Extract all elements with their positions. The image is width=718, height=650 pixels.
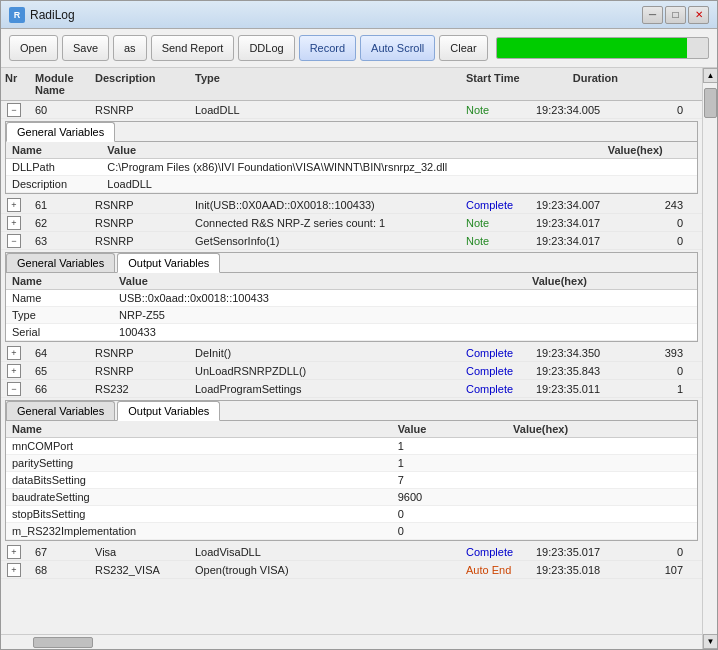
- cell-duration: 0: [622, 216, 687, 230]
- cell-type: Note: [462, 234, 532, 248]
- table-row[interactable]: + 67 Visa LoadVisaDLL Complete 19:23:35.…: [1, 543, 702, 561]
- header-nr: Nr: [1, 70, 31, 98]
- detail-cell-name: Serial: [6, 324, 113, 341]
- minimize-button[interactable]: ─: [642, 6, 663, 24]
- detail-table-63: Name Value Value(hex) Name USB::0x0aad::…: [6, 273, 697, 341]
- table-row[interactable]: − 66 RS232 LoadProgramSettings Complete …: [1, 380, 702, 398]
- toolbar: Open Save as Send Report DDLog Record Au…: [1, 29, 717, 68]
- tab-general-vars-66[interactable]: General Variables: [6, 401, 115, 420]
- detail-cell-value: 1: [392, 438, 507, 455]
- detail-panel-66: General Variables Output Variables Name …: [5, 400, 698, 541]
- cell-scroll: [687, 569, 702, 571]
- tab-general-vars-63[interactable]: General Variables: [6, 253, 115, 272]
- detail-cell-hex: [507, 523, 697, 540]
- detail-cell-value: NRP-Z55: [113, 307, 526, 324]
- detail-row: Description LoadDLL: [6, 176, 697, 193]
- cell-expand: +: [1, 197, 31, 213]
- cell-description: Init(USB::0X0AAD::0X0018::100433): [191, 198, 462, 212]
- tab-general-vars-60[interactable]: General Variables: [6, 122, 115, 142]
- table-row[interactable]: − 60 RSNRP LoadDLL Note 19:23:34.005 0: [1, 101, 702, 119]
- cell-description: LoadDLL: [191, 103, 462, 117]
- clear-button[interactable]: Clear: [439, 35, 487, 61]
- detail-cell-hex: [526, 290, 697, 307]
- cell-type: Note: [462, 103, 532, 117]
- detail-panel-60: General Variables Name Value Value(hex): [5, 121, 698, 194]
- cell-start-time: 19:23:34.007: [532, 198, 622, 212]
- vertical-scroll-thumb[interactable]: [704, 88, 717, 118]
- cell-duration: 1: [622, 382, 687, 396]
- cell-scroll: [687, 222, 702, 224]
- header-duration: Duration: [532, 70, 622, 98]
- expand-icon[interactable]: +: [7, 198, 21, 212]
- detail-header-hex-60: Value(hex): [602, 142, 697, 159]
- cell-scroll: [687, 109, 702, 111]
- table-row[interactable]: + 64 RSNRP DeInit() Complete 19:23:34.35…: [1, 344, 702, 362]
- record-button[interactable]: Record: [299, 35, 356, 61]
- cell-scroll: [687, 370, 702, 372]
- scroll-arrow-up[interactable]: ▲: [703, 68, 717, 83]
- cell-duration: 0: [622, 545, 687, 559]
- log-scroll-area[interactable]: − 60 RSNRP LoadDLL Note 19:23:34.005 0 G…: [1, 101, 702, 634]
- maximize-button[interactable]: □: [665, 6, 686, 24]
- vertical-scrollbar[interactable]: ▲ ▼: [702, 68, 717, 649]
- detail-row: Type NRP-Z55: [6, 307, 697, 324]
- cell-expand: +: [1, 562, 31, 578]
- detail-header-name-63: Name: [6, 273, 113, 290]
- ddlog-button[interactable]: DDLog: [238, 35, 294, 61]
- expand-icon[interactable]: +: [7, 364, 21, 378]
- header-type: Type: [191, 70, 462, 98]
- horizontal-scroll-thumb[interactable]: [33, 637, 93, 648]
- expand-icon[interactable]: +: [7, 216, 21, 230]
- cell-description: Connected R&S NRP-Z series count: 1: [191, 216, 462, 230]
- content-area: Nr Module Name Description Type Start Ti…: [1, 68, 717, 649]
- table-row[interactable]: + 68 RS232_VISA Open(trough VISA) Auto E…: [1, 561, 702, 579]
- detail-cell-value: 9600: [392, 489, 507, 506]
- cell-module: Visa: [91, 545, 191, 559]
- detail-cell-name: Name: [6, 290, 113, 307]
- cell-start-time: 19:23:35.843: [532, 364, 622, 378]
- detail-cell-name: dataBitsSetting: [6, 472, 392, 489]
- detail-cell-hex: [602, 176, 697, 193]
- tab-output-vars-66[interactable]: Output Variables: [117, 401, 220, 421]
- cell-nr-val: 68: [31, 563, 91, 577]
- cell-duration: 393: [622, 346, 687, 360]
- detail-cell-hex: [507, 472, 697, 489]
- save-as-button[interactable]: as: [113, 35, 147, 61]
- detail-cell-hex: [507, 455, 697, 472]
- cell-scroll: [687, 204, 702, 206]
- main-window: R RadiLog ─ □ ✕ Open Save as Send Report…: [0, 0, 718, 650]
- table-row[interactable]: + 65 RSNRP UnLoadRSNRPZDLL() Complete 19…: [1, 362, 702, 380]
- collapse-icon[interactable]: −: [7, 234, 21, 248]
- save-button[interactable]: Save: [62, 35, 109, 61]
- cell-scroll: [687, 352, 702, 354]
- tab-bar-66: General Variables Output Variables: [6, 401, 697, 421]
- detail-header-value-63: Value: [113, 273, 526, 290]
- tab-output-vars-63[interactable]: Output Variables: [117, 253, 220, 273]
- expand-icon[interactable]: +: [7, 545, 21, 559]
- cell-description: Open(trough VISA): [191, 563, 462, 577]
- expand-icon[interactable]: +: [7, 563, 21, 577]
- cell-nr-val: 61: [31, 198, 91, 212]
- tab-bar-63: General Variables Output Variables: [6, 253, 697, 273]
- expand-icon[interactable]: +: [7, 346, 21, 360]
- cell-duration: 243: [622, 198, 687, 212]
- table-row[interactable]: + 62 RSNRP Connected R&S NRP-Z series co…: [1, 214, 702, 232]
- open-button[interactable]: Open: [9, 35, 58, 61]
- cell-module: RSNRP: [91, 198, 191, 212]
- cell-type: Auto End: [462, 563, 532, 577]
- close-button[interactable]: ✕: [688, 6, 709, 24]
- collapse-icon[interactable]: −: [7, 382, 21, 396]
- detail-cell-name: baudrateSetting: [6, 489, 392, 506]
- table-row[interactable]: − 63 RSNRP GetSensorInfo(1) Note 19:23:3…: [1, 232, 702, 250]
- cell-description: LoadProgramSettings: [191, 382, 462, 396]
- table-row[interactable]: + 61 RSNRP Init(USB::0X0AAD::0X0018::100…: [1, 196, 702, 214]
- horizontal-scrollbar[interactable]: [1, 634, 702, 649]
- detail-header-value-60: Value: [101, 142, 601, 159]
- cell-module: RSNRP: [91, 364, 191, 378]
- scroll-arrow-down[interactable]: ▼: [703, 634, 717, 649]
- autoscroll-button[interactable]: Auto Scroll: [360, 35, 435, 61]
- send-report-button[interactable]: Send Report: [151, 35, 235, 61]
- detail-cell-name: stopBitsSetting: [6, 506, 392, 523]
- detail-table-60: Name Value Value(hex) DLLPath C:\Program…: [6, 142, 697, 193]
- collapse-icon[interactable]: −: [7, 103, 21, 117]
